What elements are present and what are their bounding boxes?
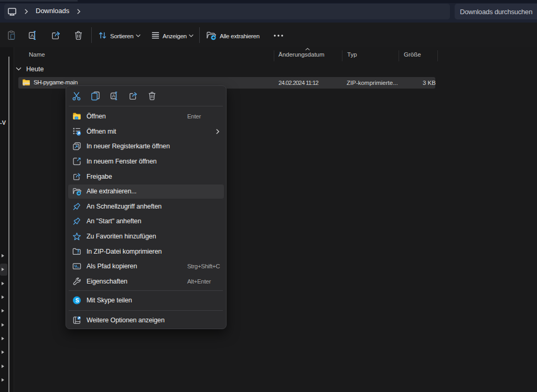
svg-text:S: S [76,298,79,303]
svg-text:A: A [30,32,34,38]
svg-text:A: A [112,93,116,99]
